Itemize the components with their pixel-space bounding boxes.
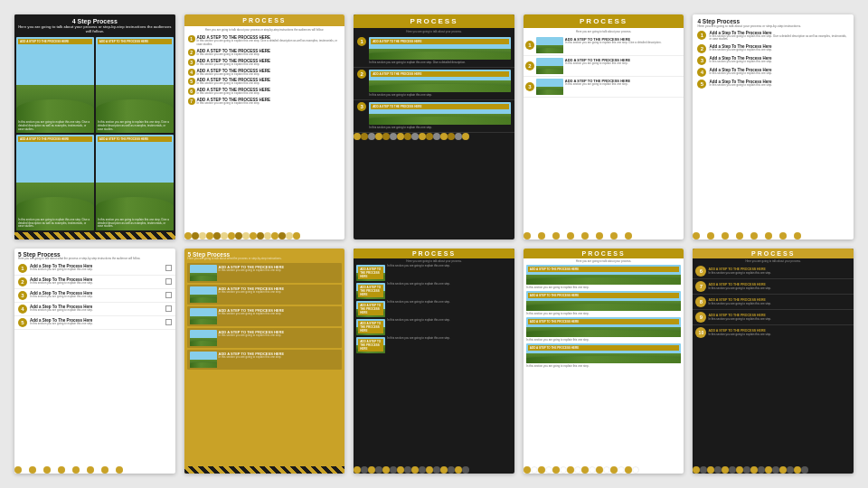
slide-5-item-4: 4 Add a Step To The Process Here In this… bbox=[697, 68, 849, 77]
slide-4-row-3: 3 ADD A STEP TO THE PROCESS HERE In this… bbox=[524, 77, 684, 98]
slide-2-subtitle: Here you are going to talk about your pr… bbox=[184, 26, 345, 33]
slide-2-num-4: 4 bbox=[188, 69, 195, 76]
slide-4-row-1: 1 ADD A STEP TO THE PROCESS HERE In this… bbox=[524, 35, 684, 56]
slide-9-item-2: ADD A STEP TO THE PROCESS HERE In this s… bbox=[524, 290, 684, 316]
slide-1-title: 4 Step Process bbox=[18, 18, 172, 24]
slide-10-header: PROCESS bbox=[693, 249, 854, 258]
slide-2-content-7: ADD A STEP TO THE PROCESS HERE In this s… bbox=[197, 98, 271, 106]
slide-5: 4 Step Process Here you are going to tal… bbox=[693, 14, 854, 239]
slide-9-item-4: ADD A STEP TO THE PROCESS HERE In this s… bbox=[524, 343, 684, 369]
slide-9-item-3: ADD A STEP TO THE PROCESS HERE In this s… bbox=[524, 316, 684, 343]
checkbox-1[interactable] bbox=[165, 265, 172, 271]
slide-4-subtitle: Here you are going to talk about your pr… bbox=[524, 28, 684, 35]
slide-2-item-5: 5 ADD A STEP TO THE PROCESS HERE In this… bbox=[188, 78, 342, 86]
slide-2-num-6: 6 bbox=[188, 88, 195, 95]
slide-1-img-2: ADD A STEP TO THE PROCESS HERE In this s… bbox=[96, 37, 174, 133]
slide-9-header: PROCESS bbox=[524, 249, 684, 258]
slide-6-deco bbox=[14, 466, 175, 474]
slide-7: 5 Step Process Here you are going to tal… bbox=[184, 249, 345, 474]
slide-4-row-2: 2 ADD A STEP TO THE PROCESS HERE In this… bbox=[524, 56, 684, 77]
slide-2-content-5: ADD A STEP TO THE PROCESS HERE In this s… bbox=[197, 78, 271, 86]
slide-10: PROCESS Here you are going to talk about… bbox=[693, 249, 854, 474]
slide-10-item-4: 9 ADD A STEP TO THE PROCESS HERE In this… bbox=[693, 310, 854, 325]
slide-8-item-5: ADD A STEP TO THE PROCESS HERE In this s… bbox=[356, 337, 512, 353]
slide-3-item-3: 3 ADD A STEP TO THE PROCESS HERE In this… bbox=[354, 100, 514, 133]
slide-6-subtitle: Here you are going to talk about what th… bbox=[18, 258, 172, 261]
slide-7-item-3: ADD A STEP TO THE PROCESS HERE In this s… bbox=[187, 306, 343, 326]
slide-8-deco bbox=[354, 466, 514, 474]
slide-7-item-4: ADD A STEP TO THE PROCESS HERE In this s… bbox=[187, 328, 343, 348]
slide-2-num-1: 1 bbox=[188, 35, 195, 42]
slide-6: 5 Step Process Here you are going to tal… bbox=[14, 249, 175, 474]
slide-1-text-3: In this section you are going to explain… bbox=[18, 219, 92, 229]
slide-2-item-6: 6 ADD A STEP TO THE PROCESS HERE In this… bbox=[188, 88, 342, 96]
slide-5-list: 1 Add a Step To The Process Here In this… bbox=[693, 31, 854, 232]
slide-5-item-5: 5 Add a Step To The Process Here In this… bbox=[697, 80, 849, 89]
checkbox-5[interactable] bbox=[165, 319, 172, 325]
slide-9: PROCESS Here you are going to talk about… bbox=[524, 249, 684, 474]
slide-grid: 4 Step Process Here you are going to tal… bbox=[14, 14, 854, 474]
slide-7-header: 5 Step Process Here you are going to tal… bbox=[184, 249, 345, 262]
slide-6-item-4: 4 Add a Step To The Process Here In this… bbox=[14, 303, 175, 316]
slide-3-subtitle: Here you are going to talk about your pr… bbox=[354, 28, 514, 35]
slide-4: PROCESS Here you are going to talk about… bbox=[524, 14, 684, 239]
slide-1-subtitle: Here you are going to talk about your pr… bbox=[18, 24, 172, 33]
slide-8-item-3: ADD A STEP TO THE PROCESS HERE In this s… bbox=[356, 301, 512, 317]
slide-10-item-5: 10 ADD A STEP TO THE PROCESS HERE In thi… bbox=[693, 325, 854, 340]
slide-9-item-1: ADD A STEP TO THE PROCESS HERE In this s… bbox=[524, 264, 684, 290]
slide-4-header: PROCESS bbox=[524, 14, 684, 28]
slide-1-label-2: ADD A STEP TO THE PROCESS HERE bbox=[98, 39, 172, 44]
slide-2-num-5: 5 bbox=[188, 78, 195, 85]
slide-5-deco bbox=[693, 232, 854, 239]
slide-1-label-3: ADD A STEP TO THE PROCESS HERE bbox=[18, 136, 92, 142]
slide-3-item-2: 2 ADD A STEP TO THE PROCESS HERE In this… bbox=[354, 68, 514, 100]
slide-2-num-7: 7 bbox=[188, 98, 195, 105]
slide-1-img-4: ADD A STEP TO THE PROCESS HERE In this s… bbox=[96, 135, 174, 230]
slide-10-item-3: 8 ADD A STEP TO THE PROCESS HERE In this… bbox=[693, 295, 854, 310]
slide-1-deco bbox=[14, 232, 175, 239]
slide-8-item-1: ADD A STEP TO THE PROCESS HERE In this s… bbox=[356, 265, 512, 281]
slide-1-label-4: ADD A STEP TO THE PROCESS HERE bbox=[98, 136, 172, 142]
slide-2-item-2: 2 ADD A STEP TO THE PROCESS HERE In this… bbox=[188, 49, 342, 57]
slide-5-title: 4 Step Process bbox=[697, 18, 849, 24]
slide-1-text-1: In this section you are going to explain… bbox=[18, 121, 92, 131]
slide-3: PROCESS Here you are going to talk about… bbox=[354, 14, 514, 239]
slide-9-deco bbox=[524, 466, 684, 474]
slide-7-item-5: ADD A STEP TO THE PROCESS HERE In this s… bbox=[187, 350, 343, 370]
slide-10-item-1: 6 ADD A STEP TO THE PROCESS HERE In this… bbox=[693, 264, 854, 279]
slide-2-num-2: 2 bbox=[188, 49, 195, 56]
slide-6-header: 5 Step Process Here you are going to tal… bbox=[14, 249, 175, 262]
slide-7-item-1: ADD A STEP TO THE PROCESS HERE In this s… bbox=[187, 263, 343, 283]
slide-10-deco bbox=[693, 466, 854, 474]
checkbox-2[interactable] bbox=[165, 278, 172, 285]
slide-6-item-2: 2 Add a Step To The Process Here In this… bbox=[14, 276, 175, 289]
slide-2-item-1: 1 ADD A STEP TO THE PROCESS HERE In this… bbox=[188, 35, 342, 47]
slide-2-header: PROCESS bbox=[184, 14, 345, 26]
slide-2-list: 1 ADD A STEP TO THE PROCESS HERE In this… bbox=[184, 33, 345, 232]
slide-8-item-4: ADD A STEP TO THE PROCESS HERE In this s… bbox=[356, 319, 512, 335]
slide-6-item-1: 1 Add a Step To The Process Here In this… bbox=[14, 262, 175, 276]
slide-8-item-2: ADD A STEP TO THE PROCESS HERE In this s… bbox=[356, 283, 512, 299]
slide-7-subtitle: Here you are going to talk about what th… bbox=[188, 258, 342, 261]
slide-2-deco bbox=[184, 232, 345, 239]
slide-5-item-1: 1 Add a Step To The Process Here In this… bbox=[697, 31, 849, 42]
slide-8: PROCESS Here you are going to talk about… bbox=[354, 249, 514, 474]
slide-2-content-3: ADD A STEP TO THE PROCESS HERE In this s… bbox=[197, 59, 271, 67]
slide-4-deco bbox=[524, 232, 684, 239]
slide-1: 4 Step Process Here you are going to tal… bbox=[14, 14, 175, 239]
slide-7-item-2: ADD A STEP TO THE PROCESS HERE In this s… bbox=[187, 285, 343, 305]
slide-2-item-7: 7 ADD A STEP TO THE PROCESS HERE In this… bbox=[188, 98, 342, 106]
slide-1-text-4: In this section you are going to explain… bbox=[98, 219, 172, 229]
checkbox-3[interactable] bbox=[165, 292, 172, 298]
slide-6-item-3: 3 Add a Step To The Process Here In this… bbox=[14, 289, 175, 303]
checkbox-4[interactable] bbox=[165, 305, 172, 312]
slide-3-item-1: 1 ADD A STEP TO THE PROCESS HERE In this… bbox=[354, 35, 514, 68]
slide-7-deco bbox=[184, 466, 345, 474]
slide-2-content-4: ADD A STEP TO THE PROCESS HERE In this s… bbox=[197, 69, 271, 77]
slide-1-img-1: ADD A STEP TO THE PROCESS HERE In this s… bbox=[16, 37, 94, 133]
slide-2-content-6: ADD A STEP TO THE PROCESS HERE In this s… bbox=[197, 88, 271, 96]
slide-1-grid: ADD A STEP TO THE PROCESS HERE In this s… bbox=[14, 35, 175, 232]
slide-2-content-2: ADD A STEP TO THE PROCESS HERE In this s… bbox=[197, 49, 271, 57]
slide-2: PROCESS Here you are going to talk about… bbox=[184, 14, 345, 239]
slide-5-subtitle: Here you are going to talk about your pr… bbox=[697, 24, 849, 29]
